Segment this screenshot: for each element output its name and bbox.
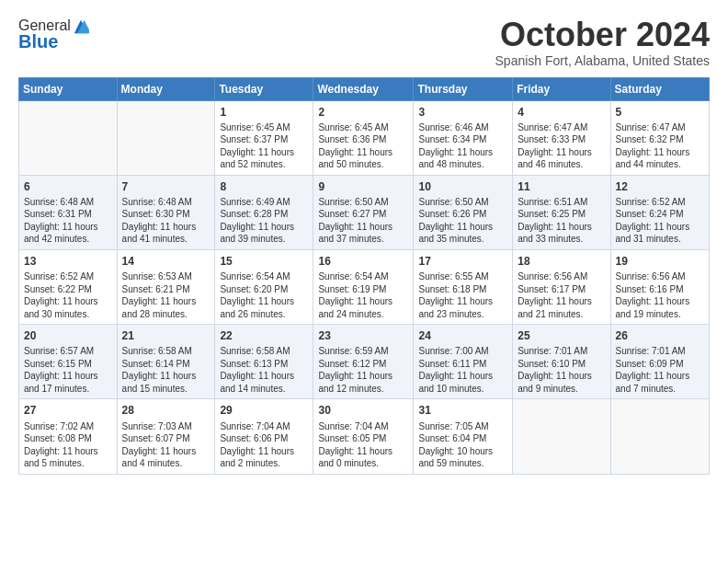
day-content: Sunrise: 6:52 AM Sunset: 6:22 PM Dayligh…	[24, 270, 112, 320]
day-number: 21	[122, 328, 210, 343]
calendar-cell: 4Sunrise: 6:47 AM Sunset: 6:33 PM Daylig…	[513, 100, 610, 175]
day-content: Sunrise: 6:54 AM Sunset: 6:19 PM Dayligh…	[318, 270, 408, 320]
day-number: 28	[122, 403, 210, 418]
calendar-cell: 27Sunrise: 7:02 AM Sunset: 6:08 PM Dayli…	[19, 399, 118, 474]
day-content: Sunrise: 6:56 AM Sunset: 6:16 PM Dayligh…	[616, 270, 704, 320]
day-content: Sunrise: 6:48 AM Sunset: 6:30 PM Dayligh…	[122, 196, 210, 246]
calendar-cell: 25Sunrise: 7:01 AM Sunset: 6:10 PM Dayli…	[513, 325, 610, 399]
day-number: 18	[518, 254, 605, 269]
header-sunday: Sunday	[19, 77, 118, 100]
day-number: 2	[318, 105, 408, 120]
calendar-week-0: 1Sunrise: 6:45 AM Sunset: 6:37 PM Daylig…	[19, 100, 710, 175]
day-content: Sunrise: 6:54 AM Sunset: 6:20 PM Dayligh…	[220, 270, 308, 320]
day-number: 6	[24, 179, 112, 194]
day-number: 29	[220, 403, 308, 418]
calendar-cell: 9Sunrise: 6:50 AM Sunset: 6:27 PM Daylig…	[313, 175, 414, 249]
calendar-cell: 6Sunrise: 6:48 AM Sunset: 6:31 PM Daylig…	[19, 175, 118, 249]
calendar-cell: 22Sunrise: 6:58 AM Sunset: 6:13 PM Dayli…	[215, 325, 313, 399]
calendar-week-4: 27Sunrise: 7:02 AM Sunset: 6:08 PM Dayli…	[19, 399, 710, 474]
calendar-cell: 12Sunrise: 6:52 AM Sunset: 6:24 PM Dayli…	[610, 175, 709, 249]
calendar-cell: 29Sunrise: 7:04 AM Sunset: 6:06 PM Dayli…	[215, 399, 313, 474]
day-number: 17	[418, 254, 507, 269]
calendar-cell: 26Sunrise: 7:01 AM Sunset: 6:09 PM Dayli…	[610, 325, 709, 399]
calendar-cell: 23Sunrise: 6:59 AM Sunset: 6:12 PM Dayli…	[313, 325, 414, 399]
calendar-cell: 24Sunrise: 7:00 AM Sunset: 6:11 PM Dayli…	[414, 325, 513, 399]
calendar-cell: 30Sunrise: 7:04 AM Sunset: 6:05 PM Dayli…	[313, 399, 414, 474]
calendar-cell: 1Sunrise: 6:45 AM Sunset: 6:37 PM Daylig…	[215, 100, 313, 175]
day-number: 7	[122, 179, 210, 194]
header-monday: Monday	[117, 77, 215, 100]
calendar-cell: 20Sunrise: 6:57 AM Sunset: 6:15 PM Dayli…	[19, 325, 118, 399]
calendar-cell: 13Sunrise: 6:52 AM Sunset: 6:22 PM Dayli…	[19, 249, 118, 324]
calendar-cell: 10Sunrise: 6:50 AM Sunset: 6:26 PM Dayli…	[414, 175, 513, 249]
day-content: Sunrise: 6:50 AM Sunset: 6:27 PM Dayligh…	[318, 196, 408, 246]
calendar-cell: 16Sunrise: 6:54 AM Sunset: 6:19 PM Dayli…	[313, 249, 414, 324]
day-number: 12	[616, 179, 704, 194]
day-content: Sunrise: 6:47 AM Sunset: 6:33 PM Dayligh…	[518, 121, 605, 171]
day-content: Sunrise: 6:57 AM Sunset: 6:15 PM Dayligh…	[24, 345, 112, 395]
day-content: Sunrise: 7:01 AM Sunset: 6:09 PM Dayligh…	[616, 345, 704, 395]
calendar-cell: 21Sunrise: 6:58 AM Sunset: 6:14 PM Dayli…	[117, 325, 215, 399]
day-content: Sunrise: 6:47 AM Sunset: 6:32 PM Dayligh…	[616, 121, 704, 171]
day-content: Sunrise: 7:05 AM Sunset: 6:04 PM Dayligh…	[418, 420, 507, 470]
day-number: 9	[318, 179, 408, 194]
calendar-cell: 11Sunrise: 6:51 AM Sunset: 6:25 PM Dayli…	[513, 175, 610, 249]
day-number: 16	[318, 254, 408, 269]
day-content: Sunrise: 7:04 AM Sunset: 6:05 PM Dayligh…	[318, 420, 408, 470]
calendar-cell	[610, 399, 709, 474]
calendar-cell: 31Sunrise: 7:05 AM Sunset: 6:04 PM Dayli…	[414, 399, 513, 474]
header-wednesday: Wednesday	[313, 77, 414, 100]
day-content: Sunrise: 7:04 AM Sunset: 6:06 PM Dayligh…	[220, 420, 308, 470]
day-number: 10	[418, 179, 507, 194]
day-content: Sunrise: 6:59 AM Sunset: 6:12 PM Dayligh…	[318, 345, 408, 395]
calendar-cell: 8Sunrise: 6:49 AM Sunset: 6:28 PM Daylig…	[215, 175, 313, 249]
calendar-week-3: 20Sunrise: 6:57 AM Sunset: 6:15 PM Dayli…	[19, 325, 710, 399]
calendar-cell	[19, 100, 118, 175]
day-number: 14	[122, 254, 210, 269]
day-content: Sunrise: 6:45 AM Sunset: 6:36 PM Dayligh…	[318, 121, 408, 171]
calendar-cell: 3Sunrise: 6:46 AM Sunset: 6:34 PM Daylig…	[414, 100, 513, 175]
page-header: General Blue October 2024 Spanish Fort, …	[18, 17, 710, 68]
calendar-cell: 17Sunrise: 6:55 AM Sunset: 6:18 PM Dayli…	[414, 249, 513, 324]
calendar-cell: 28Sunrise: 7:03 AM Sunset: 6:07 PM Dayli…	[117, 399, 215, 474]
day-content: Sunrise: 6:58 AM Sunset: 6:14 PM Dayligh…	[122, 345, 210, 395]
day-number: 20	[24, 328, 112, 343]
calendar-cell: 7Sunrise: 6:48 AM Sunset: 6:30 PM Daylig…	[117, 175, 215, 249]
calendar-header-row: Sunday Monday Tuesday Wednesday Thursday…	[19, 77, 710, 100]
day-number: 15	[220, 254, 308, 269]
day-number: 3	[418, 105, 507, 120]
day-number: 24	[418, 328, 507, 343]
day-number: 4	[518, 105, 605, 120]
day-content: Sunrise: 7:01 AM Sunset: 6:10 PM Dayligh…	[518, 345, 605, 395]
calendar-table: Sunday Monday Tuesday Wednesday Thursday…	[18, 77, 710, 475]
day-content: Sunrise: 6:51 AM Sunset: 6:25 PM Dayligh…	[518, 196, 605, 246]
day-content: Sunrise: 7:00 AM Sunset: 6:11 PM Dayligh…	[418, 345, 507, 395]
day-number: 25	[518, 328, 605, 343]
calendar-cell	[117, 100, 215, 175]
logo-icon	[73, 18, 89, 35]
day-number: 22	[220, 328, 308, 343]
day-content: Sunrise: 6:45 AM Sunset: 6:37 PM Dayligh…	[220, 121, 308, 171]
day-content: Sunrise: 7:03 AM Sunset: 6:07 PM Dayligh…	[122, 420, 210, 470]
calendar-cell	[513, 399, 610, 474]
day-content: Sunrise: 6:58 AM Sunset: 6:13 PM Dayligh…	[220, 345, 308, 395]
calendar-cell: 14Sunrise: 6:53 AM Sunset: 6:21 PM Dayli…	[117, 249, 215, 324]
day-number: 30	[318, 403, 408, 418]
day-number: 26	[616, 328, 704, 343]
day-content: Sunrise: 6:53 AM Sunset: 6:21 PM Dayligh…	[122, 270, 210, 320]
month-title: October 2024	[495, 17, 710, 53]
day-number: 8	[220, 179, 308, 194]
header-tuesday: Tuesday	[215, 77, 313, 100]
calendar-cell: 2Sunrise: 6:45 AM Sunset: 6:36 PM Daylig…	[313, 100, 414, 175]
calendar-cell: 18Sunrise: 6:56 AM Sunset: 6:17 PM Dayli…	[513, 249, 610, 324]
day-number: 19	[616, 254, 704, 269]
calendar-week-2: 13Sunrise: 6:52 AM Sunset: 6:22 PM Dayli…	[19, 249, 710, 324]
calendar-cell: 5Sunrise: 6:47 AM Sunset: 6:32 PM Daylig…	[610, 100, 709, 175]
day-number: 5	[616, 105, 704, 120]
header-thursday: Thursday	[414, 77, 513, 100]
calendar-cell: 15Sunrise: 6:54 AM Sunset: 6:20 PM Dayli…	[215, 249, 313, 324]
location-subtitle: Spanish Fort, Alabama, United States	[495, 53, 710, 68]
day-number: 27	[24, 403, 112, 418]
header-saturday: Saturday	[610, 77, 709, 100]
calendar-cell: 19Sunrise: 6:56 AM Sunset: 6:16 PM Dayli…	[610, 249, 709, 324]
